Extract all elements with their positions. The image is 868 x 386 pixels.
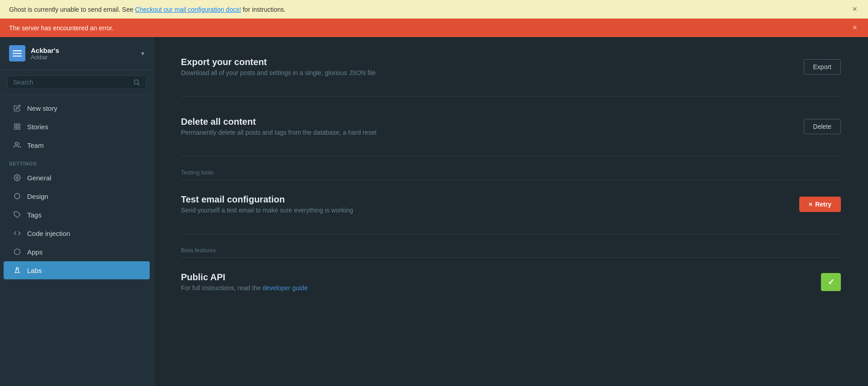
retry-label: Retry [815, 201, 831, 208]
delete-button[interactable]: Delete [804, 119, 841, 134]
svg-rect-1 [13, 53, 22, 54]
chevron-down-icon: ▾ [141, 50, 144, 57]
svg-point-10 [16, 177, 18, 179]
red-banner: The server has encountered an error. × [0, 19, 868, 37]
beta-features-section: Beta features Public API For full instru… [181, 234, 841, 311]
export-section: Export your content Download all of your… [181, 37, 841, 97]
export-title: Export your content [181, 57, 375, 67]
delete-description: Permanently delete all posts and tags fr… [181, 129, 377, 136]
sidebar-item-label: Labs [27, 267, 42, 274]
site-name: Ackbar's [31, 47, 141, 54]
yellow-banner: Ghost is currently unable to send email.… [0, 0, 868, 19]
site-user: Ackbar [31, 54, 141, 61]
team-icon [13, 141, 22, 150]
svg-rect-0 [13, 50, 22, 51]
export-button[interactable]: Export [804, 59, 841, 75]
flask-icon [13, 266, 22, 275]
retry-button[interactable]: × Retry [799, 197, 841, 212]
sidebar-item-label: General [27, 174, 51, 182]
svg-point-11 [14, 193, 20, 199]
svg-rect-8 [18, 127, 20, 129]
test-email-description: Send yourself a test email to make sure … [181, 207, 353, 214]
sidebar-item-label: Apps [27, 248, 43, 256]
gear-icon [13, 173, 22, 182]
svg-point-9 [15, 142, 17, 145]
sidebar-item-label: Tags [27, 211, 42, 219]
public-api-description: For full instructions, read the develope… [181, 284, 308, 292]
sidebar-item-apps[interactable]: Apps [4, 243, 150, 261]
delete-title: Delete all content [181, 117, 377, 127]
svg-rect-6 [18, 124, 20, 126]
yellow-banner-text: Ghost is currently unable to send email.… [9, 6, 286, 13]
sidebar-item-team[interactable]: Team [4, 136, 150, 154]
sidebar-item-general[interactable]: General [4, 169, 150, 187]
svg-point-3 [134, 80, 138, 84]
yellow-banner-close[interactable]: × [850, 5, 859, 14]
export-description: Download all of your posts and settings … [181, 69, 375, 76]
public-api-toggle[interactable]: ✓ [821, 273, 841, 291]
search-container [0, 70, 153, 95]
search-input[interactable] [13, 79, 133, 86]
test-email-title: Test email configuration [181, 194, 353, 205]
code-icon [13, 229, 22, 238]
pencil-icon [13, 104, 22, 113]
svg-rect-2 [13, 56, 22, 56]
beta-features-label: Beta features [181, 247, 841, 258]
sidebar-item-new-story[interactable]: New story [4, 99, 150, 117]
sidebar-item-labs[interactable]: Labs [4, 261, 150, 279]
settings-section-label: SETTINGS [0, 155, 153, 168]
hamburger-icon [13, 49, 22, 58]
sidebar: Ackbar's Ackbar ▾ [0, 37, 154, 386]
sidebar-item-label: Code injection [27, 230, 70, 237]
site-logo [9, 45, 25, 61]
public-api-title: Public API [181, 272, 308, 282]
delete-section: Delete all content Permanently delete al… [181, 97, 841, 156]
svg-rect-7 [14, 127, 17, 129]
retry-icon: × [809, 201, 812, 208]
mail-config-link[interactable]: Checkout our mail configuration docs! [135, 6, 241, 13]
sidebar-item-label: Design [27, 193, 48, 200]
testing-tools-section: Testing tools Test email configuration S… [181, 156, 841, 234]
cube-icon [13, 247, 22, 256]
sidebar-item-stories[interactable]: Stories [4, 118, 150, 136]
svg-rect-5 [14, 124, 17, 126]
red-banner-close[interactable]: × [850, 23, 859, 33]
sidebar-nav: New story Stories [0, 95, 153, 283]
circle-dash-icon [13, 192, 22, 201]
red-banner-text: The server has encountered an error. [9, 24, 114, 32]
sidebar-item-label: Stories [27, 123, 48, 131]
grid-icon [13, 122, 22, 131]
sidebar-item-label: Team [27, 141, 44, 149]
sidebar-item-label: New story [27, 104, 57, 112]
sidebar-item-design[interactable]: Design [4, 187, 150, 205]
sidebar-site-header[interactable]: Ackbar's Ackbar ▾ [0, 37, 153, 70]
main-content: Export your content Download all of your… [154, 37, 868, 386]
svg-line-4 [138, 84, 140, 85]
sidebar-item-tags[interactable]: Tags [4, 206, 150, 224]
tag-icon [13, 210, 22, 219]
search-icon [133, 79, 140, 86]
testing-tools-label: Testing tools [181, 169, 841, 180]
sidebar-item-code-injection[interactable]: Code injection [4, 224, 150, 242]
developer-guide-link[interactable]: developer guide [263, 284, 308, 292]
